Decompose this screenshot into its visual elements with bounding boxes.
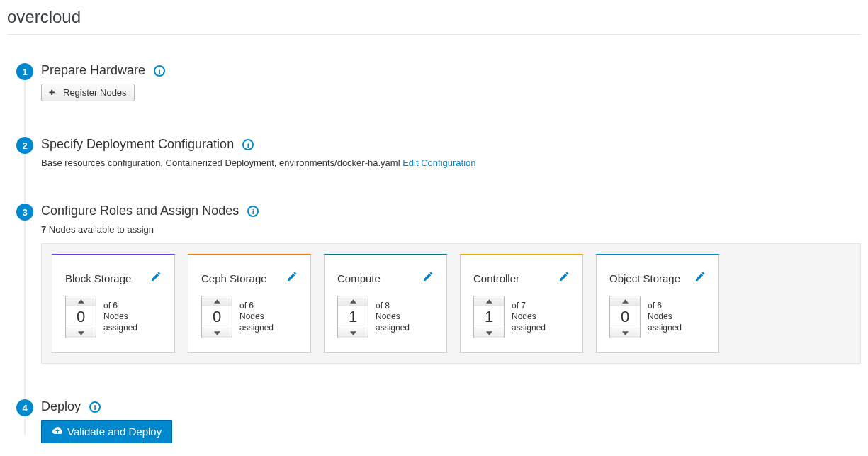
stepper-value: 0 (66, 306, 96, 328)
role-card: Object Storage0of 6Nodesassigned (596, 254, 719, 353)
role-title: Compute (337, 272, 434, 284)
step-title-text: Specify Deployment Configuration (41, 137, 234, 152)
role-title: Controller (473, 272, 570, 284)
step-title-text: Prepare Hardware (41, 63, 145, 78)
stepper-up-button[interactable] (66, 296, 96, 306)
info-icon[interactable]: i (242, 139, 254, 150)
pencil-icon[interactable] (150, 271, 162, 282)
stepper-up-button[interactable] (338, 296, 368, 306)
step-specify-deployment: 2 Specify Deployment Configuration i Bas… (7, 137, 861, 168)
info-icon[interactable]: i (247, 206, 259, 217)
step-number-badge: 4 (16, 399, 33, 416)
register-nodes-button[interactable]: Register Nodes (41, 84, 135, 101)
nodes-assigned-label: of 6Nodesassigned (103, 301, 137, 334)
stepper-value: 0 (610, 306, 640, 328)
role-card: Compute1of 8Nodesassigned (324, 254, 447, 353)
nodes-assigned-label: of 6Nodesassigned (239, 301, 274, 334)
pencil-icon[interactable] (286, 271, 298, 282)
nodes-available-count: 7 (41, 224, 46, 235)
step-title-text: Deploy (41, 399, 81, 414)
stepper-down-button[interactable] (474, 328, 504, 338)
info-icon[interactable]: i (154, 65, 165, 77)
nodes-assigned-label: of 6Nodesassigned (648, 301, 682, 334)
node-count-row: 1of 8Nodesassigned (337, 296, 434, 338)
step-configure-roles: 3 Configure Roles and Assign Nodes i 7 N… (7, 204, 861, 364)
step-number-badge: 3 (16, 204, 33, 221)
nodes-assigned-label: of 7Nodesassigned (512, 301, 546, 334)
info-icon[interactable]: i (89, 401, 101, 413)
role-title: Object Storage (609, 272, 706, 284)
register-nodes-label: Register Nodes (63, 87, 127, 98)
edit-configuration-link[interactable]: Edit Configuration (402, 157, 475, 168)
role-title: Block Storage (65, 272, 162, 284)
node-count-row: 0of 6Nodesassigned (201, 296, 298, 338)
validate-deploy-button[interactable]: Validate and Deploy (41, 420, 172, 443)
stepper-down-button[interactable] (66, 328, 96, 338)
nodes-available-label: Nodes available to assign (49, 224, 154, 235)
pencil-icon[interactable] (694, 271, 706, 282)
nodes-available-text: 7 Nodes available to assign (41, 224, 861, 235)
stepper-down-button[interactable] (338, 328, 368, 338)
stepper-value: 0 (202, 306, 232, 328)
role-card: Block Storage0of 6Nodesassigned (52, 254, 175, 353)
node-count-stepper[interactable]: 0 (609, 296, 641, 338)
node-count-stepper[interactable]: 0 (65, 296, 96, 338)
node-count-stepper[interactable]: 0 (201, 296, 232, 338)
nodes-assigned-label: of 8Nodesassigned (376, 301, 410, 334)
deployment-config-description: Base resources configuration, Containeri… (41, 157, 861, 168)
stepper-up-button[interactable] (202, 296, 232, 306)
stepper-down-button[interactable] (610, 328, 640, 338)
node-count-row: 1of 7Nodesassigned (473, 296, 570, 338)
role-title: Ceph Storage (201, 272, 298, 284)
stepper-up-button[interactable] (610, 296, 640, 306)
step-number-badge: 1 (16, 63, 33, 80)
role-card: Controller1of 7Nodesassigned (460, 254, 583, 353)
page-title: overcloud (7, 0, 861, 35)
stepper-value: 1 (474, 306, 504, 328)
role-card: Ceph Storage0of 6Nodesassigned (188, 254, 311, 353)
step-prepare-hardware: 1 Prepare Hardware i Register Nodes (7, 63, 861, 101)
roles-panel: Block Storage0of 6NodesassignedCeph Stor… (41, 243, 861, 364)
pencil-icon[interactable] (558, 271, 570, 282)
stepper-up-button[interactable] (474, 296, 504, 306)
deployment-steps: 1 Prepare Hardware i Register Nodes 2 Sp… (7, 63, 861, 443)
cloud-upload-icon (52, 426, 63, 438)
node-count-row: 0of 6Nodesassigned (609, 296, 706, 338)
stepper-down-button[interactable] (202, 328, 232, 338)
node-count-stepper[interactable]: 1 (337, 296, 368, 338)
pencil-icon[interactable] (422, 271, 434, 282)
step-number-badge: 2 (16, 137, 33, 154)
deployment-config-text: Base resources configuration, Containeri… (41, 157, 400, 168)
step-title-text: Configure Roles and Assign Nodes (41, 204, 239, 218)
node-count-row: 0of 6Nodesassigned (65, 296, 162, 338)
node-count-stepper[interactable]: 1 (473, 296, 505, 338)
validate-deploy-label: Validate and Deploy (67, 426, 162, 438)
stepper-value: 1 (338, 306, 368, 328)
step-deploy: 4 Deploy i Validate and Deploy (7, 399, 861, 443)
